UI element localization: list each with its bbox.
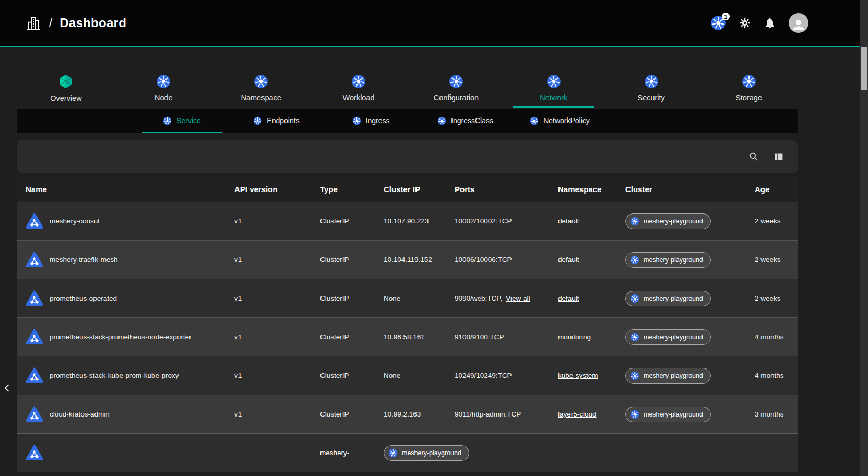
kubernetes-context-button[interactable]: 1 [710,15,726,31]
table-row[interactable]: meshery- meshery-playground [17,434,798,472]
api-version: v1 [226,372,312,379]
user-avatar[interactable] [789,13,808,33]
service-icon [25,444,44,462]
view-all-link[interactable]: View all [506,294,530,302]
kubernetes-icon [163,116,172,125]
namespace-link[interactable]: monitoring [558,333,591,341]
column-header-api-version[interactable]: API version [226,185,312,194]
namespace-link[interactable]: default [558,256,579,264]
service-name: prometheus-stack-kube-prom-kube-proxy [50,372,179,379]
view-columns-icon[interactable] [773,151,784,162]
cluster-ip: 10.96.58.161 [375,333,446,341]
cluster-chip[interactable]: meshery-playground [625,329,711,345]
table-row[interactable]: prometheus-stack-kube-prom-kube-proxy v1… [17,356,798,395]
cluster-chip[interactable]: meshery-playground [625,291,711,306]
cluster-chip[interactable]: meshery-playground [625,407,711,422]
tab-network[interactable]: Network [505,68,602,108]
cluster-name: meshery-playground [644,411,703,418]
kubernetes-icon [742,74,756,89]
age: 3 months [746,410,798,418]
subtab-ingress[interactable]: Ingress [324,109,418,133]
namespace-link[interactable]: default [558,217,579,225]
settings-gear-icon[interactable] [739,17,751,29]
namespace-link[interactable]: default [558,294,579,302]
column-header-cluster[interactable]: Cluster [617,185,746,194]
tab-overview[interactable]: Overview [17,68,115,108]
tab-node[interactable]: Node [115,68,212,108]
kubernetes-icon [437,116,446,125]
subtab-endpoints[interactable]: Endpoints [229,109,324,133]
service-name: prometheus-operated [50,294,117,302]
cluster-ip: None [375,294,446,302]
kubernetes-icon [630,255,639,265]
tab-security[interactable]: Security [602,68,700,108]
column-header-namespace[interactable]: Namespace [550,185,617,194]
meshery-logo-icon [58,74,74,89]
service-type: ClusterIP [312,333,375,341]
table-row[interactable]: prometheus-stack-prometheus-node-exporte… [17,318,798,356]
cluster-name: meshery-playground [644,295,703,302]
collapse-drawer-button[interactable] [0,381,14,397]
service-icon [25,251,44,269]
service-name: cloud-kratos-admin [50,410,110,418]
api-version: v1 [226,217,312,225]
subtab-networkpolicy[interactable]: NetworkPolicy [513,109,607,133]
network-subtabs: Service Endpoints Ingress IngressClass N… [17,109,798,133]
cluster-chip[interactable]: meshery-playground [384,445,469,461]
kubernetes-icon [630,217,639,226]
column-header-name[interactable]: Name [17,185,226,194]
column-header-ports[interactable]: Ports [446,185,550,194]
kubernetes-icon [156,74,171,89]
service-name: meshery-traefik-mesh [50,256,118,264]
tab-configuration[interactable]: Configuration [408,68,505,108]
cluster-chip[interactable]: meshery-playground [625,252,711,268]
tab-storage[interactable]: Storage [700,68,798,108]
subtab-service[interactable]: Service [135,109,229,133]
service-type: ClusterIP [312,217,375,225]
namespace-link[interactable]: kube-system [558,372,598,379]
tab-namespace[interactable]: Namespace [212,68,310,108]
cluster-name: meshery-playground [644,256,703,264]
column-header-type[interactable]: Type [312,185,375,194]
table-row[interactable]: meshery-traefik-mesh v1 ClusterIP 10.104… [17,241,798,279]
cluster-ip: 10.99.2.163 [375,410,446,418]
kubernetes-icon [254,74,268,89]
vertical-scrollbar[interactable] [860,0,868,476]
namespace-link[interactable]: meshery- [320,449,349,457]
scrollbar-thumb[interactable] [861,47,867,90]
api-version: v1 [226,294,312,302]
age: 2 weeks [746,217,798,225]
namespace-link[interactable]: layer5-cloud [558,410,597,418]
service-icon [25,366,44,385]
column-header-cluster-ip[interactable]: Cluster IP [375,185,446,194]
api-version: v1 [226,333,312,341]
service-icon [25,328,44,347]
service-icon [25,289,44,308]
chevron-left-icon [3,384,11,392]
kubernetes-icon [253,116,262,125]
cluster-chip[interactable]: meshery-playground [625,368,711,384]
column-header-age[interactable]: Age [746,185,798,194]
cluster-chip[interactable]: meshery-playground [625,213,711,229]
organization-building-icon[interactable] [25,15,42,31]
search-icon[interactable] [748,151,759,162]
age: 4 months [746,333,798,341]
subtab-ingressclass[interactable]: IngressClass [418,109,513,133]
tab-workload[interactable]: Workload [310,68,408,108]
ports: 9100/9100:TCP [455,333,504,341]
age: 4 months [746,372,798,379]
service-type: ClusterIP [312,372,375,379]
notifications-bell-icon[interactable] [764,17,776,29]
kubernetes-icon [644,74,659,89]
cluster-ip: 10.107.90.223 [375,217,446,225]
top-app-bar: / Dashboard 1 [0,0,868,46]
ports: 9011/http-admin:TCP [455,410,521,418]
table-row[interactable]: prometheus-operated v1 ClusterIP None 90… [17,279,798,318]
api-version: v1 [226,410,312,418]
service-name: meshery-consul [50,217,99,225]
table-row[interactable]: cloud-kratos-admin v1 ClusterIP 10.99.2.… [17,395,798,434]
table-row[interactable]: meshery-consul v1 ClusterIP 10.107.90.22… [17,202,798,241]
breadcrumb-separator: / [49,16,52,30]
cluster-name: meshery-playground [644,372,703,379]
context-count-badge: 1 [722,13,730,20]
